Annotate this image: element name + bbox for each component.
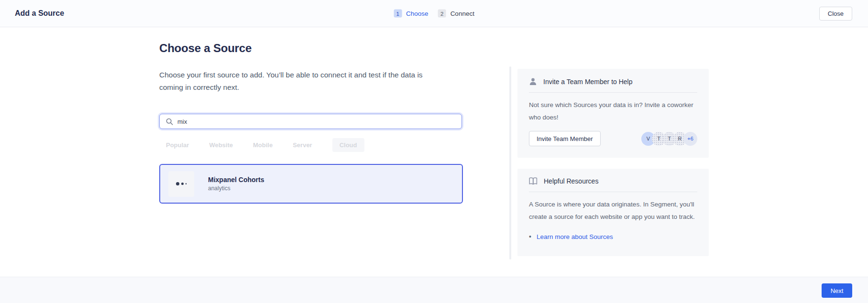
search-icon xyxy=(166,118,173,125)
step-label: Choose xyxy=(406,10,429,17)
modal-header: Add a Source 1 Choose 2 Connect Close xyxy=(0,0,868,27)
category-filter-tabs: Popular Website Mobile Server Cloud xyxy=(166,138,364,152)
book-icon xyxy=(529,177,538,185)
person-icon xyxy=(529,77,537,86)
invite-card-header: Invite a Team Member to Help xyxy=(529,77,697,86)
help-sidebar: Invite a Team Member to Help Not sure wh… xyxy=(517,69,709,256)
tab-server[interactable]: Server xyxy=(293,138,312,152)
content-divider xyxy=(509,66,511,260)
search-input[interactable] xyxy=(177,118,457,125)
source-card-mixpanel-cohorts[interactable]: Mixpanel Cohorts analytics xyxy=(159,164,463,204)
helpful-resources-card: Helpful Resources A Source is where your… xyxy=(517,169,709,256)
source-category: analytics xyxy=(208,185,264,192)
invite-card-title: Invite a Team Member to Help xyxy=(543,78,633,86)
resources-card-title: Helpful Resources xyxy=(544,177,598,185)
close-button[interactable]: Close xyxy=(819,7,852,21)
step-number-badge: 2 xyxy=(438,10,446,18)
invite-actions: Invite Team Member V T T R +6 xyxy=(529,131,697,146)
team-avatar-stack: V T T R +6 xyxy=(641,132,697,146)
page-description: Choose your first source to add. You’ll … xyxy=(159,69,444,94)
stepper: 1 Choose 2 Connect xyxy=(394,10,474,18)
learn-more-sources-link[interactable]: Learn more about Sources xyxy=(537,233,613,241)
divider xyxy=(529,92,697,93)
invite-team-card: Invite a Team Member to Help Not sure wh… xyxy=(517,69,709,158)
resource-link-item: • Learn more about Sources xyxy=(529,233,697,241)
resources-card-body: A Source is where your data originates. … xyxy=(529,198,697,223)
source-search[interactable] xyxy=(159,114,462,129)
tab-cloud[interactable]: Cloud xyxy=(332,138,364,152)
page-title: Choose a Source xyxy=(159,42,252,55)
next-button[interactable]: Next xyxy=(822,283,852,298)
step-number-badge: 1 xyxy=(394,10,402,18)
step-connect[interactable]: 2 Connect xyxy=(438,10,474,18)
invite-card-body: Not sure which Sources your data is in? … xyxy=(529,99,697,124)
modal-title: Add a Source xyxy=(15,9,64,18)
tab-mobile[interactable]: Mobile xyxy=(253,138,273,152)
divider xyxy=(529,192,697,192)
modal-footer: Next xyxy=(0,277,868,303)
source-card-text: Mixpanel Cohorts analytics xyxy=(208,176,264,192)
avatar-more-count: +6 xyxy=(683,132,697,146)
step-choose[interactable]: 1 Choose xyxy=(394,10,429,18)
resources-card-header: Helpful Resources xyxy=(529,177,697,185)
invite-team-member-button[interactable]: Invite Team Member xyxy=(529,131,601,146)
add-source-modal: Add a Source 1 Choose 2 Connect Close Ch… xyxy=(0,0,868,303)
source-name: Mixpanel Cohorts xyxy=(208,176,264,184)
tab-popular[interactable]: Popular xyxy=(166,138,189,152)
tab-website[interactable]: Website xyxy=(209,138,233,152)
mixpanel-dots-logo-icon xyxy=(168,171,194,197)
step-label: Connect xyxy=(450,10,474,17)
bullet-icon: • xyxy=(529,233,531,241)
